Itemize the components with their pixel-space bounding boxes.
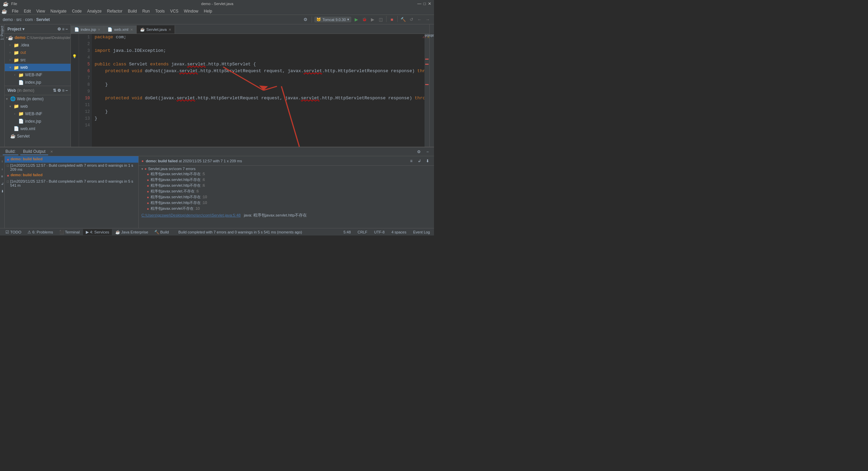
error-item-2[interactable]: ● 程序包javax.servlet.http不存在 :6 [139, 177, 434, 183]
status-charset[interactable]: UTF-8 [373, 230, 386, 234]
tree-item-indexjsp[interactable]: › 📄 index.jsp [5, 79, 71, 86]
tree-item-demo[interactable]: ▾ ☕ demo C:\Users\gcswei\Desktop\demo [5, 34, 71, 41]
web-tree-webxml[interactable]: › 📄 web.xml [5, 125, 71, 132]
menu-file[interactable]: File [9, 8, 21, 14]
app-menu-file[interactable]: File [11, 2, 17, 6]
web-collapse-btn[interactable]: − [65, 88, 68, 93]
error-item-7[interactable]: ● 程序包javax.servlet不存在 :10 [139, 206, 434, 211]
code-line-6: protected void doPost(javax.servlet.http… [95, 68, 422, 75]
web-cog-btn[interactable]: ⚙ [57, 88, 61, 93]
tab-todo[interactable]: ☑ TODO [3, 229, 24, 235]
tab-close-webxml[interactable]: ✕ [130, 28, 133, 32]
breadcrumb-servlet[interactable]: Servlet [36, 17, 50, 22]
toolbar-profile-btn[interactable]: ◫ [377, 16, 384, 23]
run-with-coverage-button[interactable]: ▶ [369, 16, 376, 23]
build-right-wrap-btn[interactable]: ↲ [416, 157, 423, 165]
build-right-auto-btn[interactable]: ⬇ [424, 157, 431, 165]
menu-window[interactable]: Window [181, 8, 201, 14]
toolbar-reload-btn[interactable]: ↺ [408, 16, 415, 23]
tree-item-idea[interactable]: › 📁 .idea [5, 41, 71, 49]
event-log-btn[interactable]: Event Log [412, 230, 431, 234]
error-item-6[interactable]: ● 程序包javax.servlet.http不存在 :10 [139, 200, 434, 206]
error-item-1[interactable]: ● 程序包javax.servlet.http不存在 :5 [139, 171, 434, 177]
tab-services[interactable]: ▶ 4: Services [83, 229, 112, 235]
maximize-button[interactable]: □ [423, 1, 426, 6]
web-tree-webinf[interactable]: › 📁 WEB-INF [5, 110, 71, 118]
tomcat-selector[interactable]: 🐱 Tomcat 9.0.30 ▾ [314, 17, 351, 22]
web-settings-btn[interactable]: ≡ [62, 88, 64, 93]
project-settings-btn[interactable]: ≡ [62, 27, 64, 32]
breadcrumb-src[interactable]: src [16, 17, 22, 22]
menu-build[interactable]: Build [125, 8, 140, 14]
detail-link[interactable]: C:\Users\gcswei\Desktop\demo\src\com\Ser… [141, 213, 241, 217]
web-tree-servlet[interactable]: › ☕ Servlet [5, 132, 71, 140]
build-tab-output[interactable]: Build: [3, 148, 18, 155]
debug-button[interactable]: 🐞 [361, 16, 368, 23]
tab-icon-webxml: 📄 [107, 27, 112, 32]
build-minimize-btn[interactable]: − [424, 148, 431, 156]
tab-java-enterprise[interactable]: ☕ Java Enterprise [113, 229, 151, 235]
menu-code[interactable]: Code [69, 8, 84, 14]
status-position[interactable]: 5:48 [342, 230, 352, 234]
tree-item-webinf[interactable]: › 📁 WEB-INF [5, 71, 71, 79]
run-button[interactable]: ▶ [353, 16, 360, 23]
menu-navigate[interactable]: Navigate [48, 8, 69, 14]
project-panel: Project ▾ ⚙ ≡ − ▾ ☕ demo C:\Users\gcswei… [5, 24, 71, 147]
minimize-button[interactable]: — [417, 1, 421, 6]
code-line-14 [95, 122, 422, 129]
menu-help[interactable]: Help [201, 8, 215, 14]
build-right-filter-btn[interactable]: ≡ [408, 157, 415, 165]
tree-item-out[interactable]: › 📁 out [5, 49, 71, 56]
build-msg-1[interactable]: ● demo: build failed [5, 156, 138, 163]
toolbar-build-btn[interactable]: 🔨 [399, 16, 407, 23]
build-output-tab[interactable]: Build Output [20, 148, 48, 155]
database-label[interactable]: Database [423, 34, 434, 38]
menu-analyze[interactable]: Analyze [84, 8, 104, 14]
web-tree-web[interactable]: ▾ 🌐 Web (in demo) [5, 95, 71, 103]
build-msg-4[interactable]: □ [1m2020/11/25 12:57 - Build completed … [5, 179, 138, 188]
menu-edit[interactable]: Edit [21, 8, 34, 14]
build-msg-2[interactable]: □ [1m2020/11/25 12:57 - Build completed … [5, 163, 138, 172]
tab-build[interactable]: 🔨 Build [152, 229, 172, 235]
toolbar-forward-btn[interactable]: → [424, 16, 431, 23]
tree-item-src[interactable]: › 📁 src [5, 56, 71, 64]
status-line-ending[interactable]: CRLF [356, 230, 369, 234]
tab-indexjsp[interactable]: 📄 index.jsp ✕ [71, 25, 104, 34]
close-button[interactable]: ✕ [428, 1, 431, 6]
error-item-3[interactable]: ● 程序包javax.servlet.http不存在 :6 [139, 183, 434, 188]
status-bar: ☑ TODO ⚠ 6: Problems ⬛ Terminal ▶ 4: Ser… [0, 228, 434, 236]
status-indent[interactable]: 4 spaces [390, 230, 408, 234]
code-content[interactable]: package com; import java.io.IOException;… [92, 34, 425, 147]
code-editor[interactable]: 💡 1 2 3 4 5 6 7 8 9 10 11 12 13 14 [71, 34, 429, 147]
tab-terminal[interactable]: ⬛ Terminal [57, 229, 82, 235]
toolbar-back-btn[interactable]: ← [416, 16, 423, 23]
menu-tools[interactable]: Tools [153, 8, 167, 14]
project-collapse-btn[interactable]: − [65, 27, 68, 32]
breadcrumb-com[interactable]: com [25, 17, 33, 22]
project-side-label[interactable]: 1: Project [0, 24, 4, 41]
web-tree-web-folder[interactable]: ▾ 📁 web [5, 103, 71, 110]
project-cog-btn[interactable]: ⚙ [57, 27, 61, 32]
build-settings-btn[interactable]: ⚙ [415, 148, 422, 156]
tree-item-web[interactable]: ▾ 📁 web [5, 64, 71, 71]
stop-button[interactable]: ■ [388, 16, 396, 23]
tab-problems[interactable]: ⚠ 6: Problems [25, 229, 56, 235]
menu-vcs[interactable]: VCS [167, 8, 181, 14]
build-tab-close[interactable]: ✕ [50, 150, 53, 153]
detail-java-error: java: 程序包javax.servlet.http不存在 [242, 213, 307, 217]
toolbar-settings-btn[interactable]: ⚙ [302, 16, 309, 23]
error-item-5[interactable]: ● 程序包javax.servlet.http不存在 :10 [139, 194, 434, 200]
tab-close-servletjava[interactable]: ✕ [169, 28, 171, 32]
tab-webxml[interactable]: 📄 web.xml ✕ [104, 25, 136, 34]
error-group-servlet[interactable]: ▾ ● Servlet.java src\com 7 errors [139, 166, 434, 171]
tab-servletjava[interactable]: ☕ Servlet.java ✕ [137, 25, 175, 34]
web-sort-btn[interactable]: ⇅ [53, 88, 56, 93]
error-item-4[interactable]: ● 程序包javax.servlet.不存在 :6 [139, 188, 434, 194]
web-tree-indexjsp[interactable]: › 📄 index.jsp [5, 118, 71, 125]
build-msg-3[interactable]: ● demo: build failed [5, 172, 138, 179]
menu-run[interactable]: Run [140, 8, 153, 14]
tab-close-indexjsp[interactable]: ✕ [98, 28, 100, 32]
menu-refactor[interactable]: Refactor [104, 8, 125, 14]
menu-view[interactable]: View [34, 8, 48, 14]
breadcrumb-demo[interactable]: demo [3, 17, 13, 22]
